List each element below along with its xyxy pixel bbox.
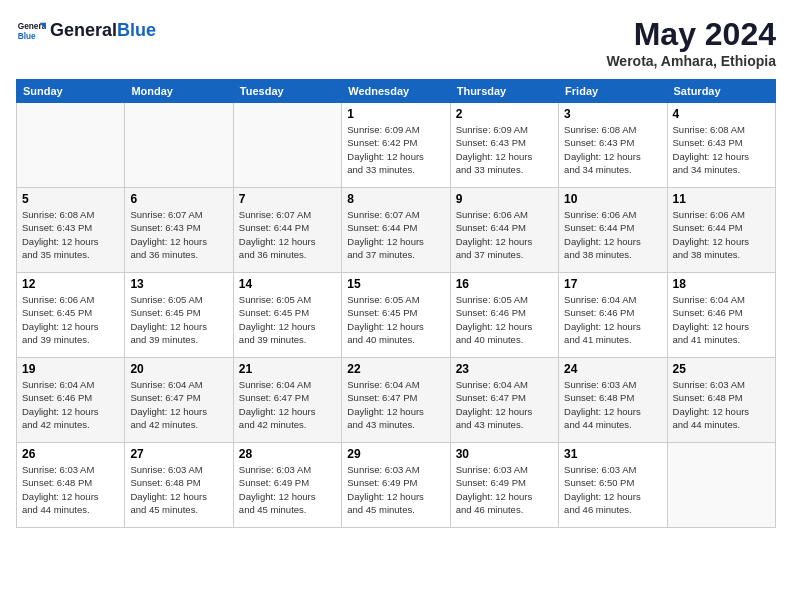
calendar-cell: 13Sunrise: 6:05 AM Sunset: 6:45 PM Dayli… bbox=[125, 273, 233, 358]
calendar-cell: 18Sunrise: 6:04 AM Sunset: 6:46 PM Dayli… bbox=[667, 273, 775, 358]
day-number: 8 bbox=[347, 192, 444, 206]
calendar-cell bbox=[17, 103, 125, 188]
day-number: 2 bbox=[456, 107, 553, 121]
day-number: 3 bbox=[564, 107, 661, 121]
day-header-sunday: Sunday bbox=[17, 80, 125, 103]
day-info: Sunrise: 6:06 AM Sunset: 6:45 PM Dayligh… bbox=[22, 293, 119, 346]
day-number: 27 bbox=[130, 447, 227, 461]
day-number: 9 bbox=[456, 192, 553, 206]
day-info: Sunrise: 6:08 AM Sunset: 6:43 PM Dayligh… bbox=[673, 123, 770, 176]
calendar-cell: 23Sunrise: 6:04 AM Sunset: 6:47 PM Dayli… bbox=[450, 358, 558, 443]
day-number: 10 bbox=[564, 192, 661, 206]
calendar-body: 1Sunrise: 6:09 AM Sunset: 6:42 PM Daylig… bbox=[17, 103, 776, 528]
day-info: Sunrise: 6:09 AM Sunset: 6:42 PM Dayligh… bbox=[347, 123, 444, 176]
title-block: May 2024 Werota, Amhara, Ethiopia bbox=[606, 16, 776, 69]
calendar-cell: 22Sunrise: 6:04 AM Sunset: 6:47 PM Dayli… bbox=[342, 358, 450, 443]
page-header: General Blue GeneralBlue May 2024 Werota… bbox=[16, 16, 776, 69]
day-info: Sunrise: 6:05 AM Sunset: 6:46 PM Dayligh… bbox=[456, 293, 553, 346]
day-info: Sunrise: 6:04 AM Sunset: 6:47 PM Dayligh… bbox=[130, 378, 227, 431]
day-number: 21 bbox=[239, 362, 336, 376]
week-row-2: 5Sunrise: 6:08 AM Sunset: 6:43 PM Daylig… bbox=[17, 188, 776, 273]
day-number: 22 bbox=[347, 362, 444, 376]
week-row-1: 1Sunrise: 6:09 AM Sunset: 6:42 PM Daylig… bbox=[17, 103, 776, 188]
svg-text:Blue: Blue bbox=[18, 31, 36, 41]
calendar-cell bbox=[233, 103, 341, 188]
calendar-cell: 25Sunrise: 6:03 AM Sunset: 6:48 PM Dayli… bbox=[667, 358, 775, 443]
day-number: 12 bbox=[22, 277, 119, 291]
calendar-cell: 30Sunrise: 6:03 AM Sunset: 6:49 PM Dayli… bbox=[450, 443, 558, 528]
day-info: Sunrise: 6:06 AM Sunset: 6:44 PM Dayligh… bbox=[673, 208, 770, 261]
day-number: 14 bbox=[239, 277, 336, 291]
day-info: Sunrise: 6:04 AM Sunset: 6:46 PM Dayligh… bbox=[22, 378, 119, 431]
day-info: Sunrise: 6:04 AM Sunset: 6:47 PM Dayligh… bbox=[456, 378, 553, 431]
day-info: Sunrise: 6:03 AM Sunset: 6:49 PM Dayligh… bbox=[456, 463, 553, 516]
week-row-3: 12Sunrise: 6:06 AM Sunset: 6:45 PM Dayli… bbox=[17, 273, 776, 358]
day-number: 23 bbox=[456, 362, 553, 376]
calendar-cell: 2Sunrise: 6:09 AM Sunset: 6:43 PM Daylig… bbox=[450, 103, 558, 188]
calendar-cell: 3Sunrise: 6:08 AM Sunset: 6:43 PM Daylig… bbox=[559, 103, 667, 188]
day-number: 5 bbox=[22, 192, 119, 206]
day-number: 11 bbox=[673, 192, 770, 206]
day-info: Sunrise: 6:06 AM Sunset: 6:44 PM Dayligh… bbox=[456, 208, 553, 261]
calendar-cell: 19Sunrise: 6:04 AM Sunset: 6:46 PM Dayli… bbox=[17, 358, 125, 443]
day-header-friday: Friday bbox=[559, 80, 667, 103]
day-info: Sunrise: 6:04 AM Sunset: 6:47 PM Dayligh… bbox=[347, 378, 444, 431]
calendar-cell: 24Sunrise: 6:03 AM Sunset: 6:48 PM Dayli… bbox=[559, 358, 667, 443]
calendar-cell: 12Sunrise: 6:06 AM Sunset: 6:45 PM Dayli… bbox=[17, 273, 125, 358]
calendar-cell: 17Sunrise: 6:04 AM Sunset: 6:46 PM Dayli… bbox=[559, 273, 667, 358]
day-info: Sunrise: 6:05 AM Sunset: 6:45 PM Dayligh… bbox=[347, 293, 444, 346]
week-row-4: 19Sunrise: 6:04 AM Sunset: 6:46 PM Dayli… bbox=[17, 358, 776, 443]
day-number: 30 bbox=[456, 447, 553, 461]
day-number: 29 bbox=[347, 447, 444, 461]
day-info: Sunrise: 6:03 AM Sunset: 6:49 PM Dayligh… bbox=[347, 463, 444, 516]
calendar-cell: 28Sunrise: 6:03 AM Sunset: 6:49 PM Dayli… bbox=[233, 443, 341, 528]
day-number: 1 bbox=[347, 107, 444, 121]
day-header-monday: Monday bbox=[125, 80, 233, 103]
calendar-cell bbox=[125, 103, 233, 188]
day-number: 7 bbox=[239, 192, 336, 206]
day-number: 31 bbox=[564, 447, 661, 461]
calendar-cell: 21Sunrise: 6:04 AM Sunset: 6:47 PM Dayli… bbox=[233, 358, 341, 443]
day-number: 16 bbox=[456, 277, 553, 291]
calendar-cell: 16Sunrise: 6:05 AM Sunset: 6:46 PM Dayli… bbox=[450, 273, 558, 358]
week-row-5: 26Sunrise: 6:03 AM Sunset: 6:48 PM Dayli… bbox=[17, 443, 776, 528]
day-number: 24 bbox=[564, 362, 661, 376]
calendar-cell: 20Sunrise: 6:04 AM Sunset: 6:47 PM Dayli… bbox=[125, 358, 233, 443]
day-number: 19 bbox=[22, 362, 119, 376]
day-header-saturday: Saturday bbox=[667, 80, 775, 103]
day-number: 25 bbox=[673, 362, 770, 376]
day-info: Sunrise: 6:04 AM Sunset: 6:46 PM Dayligh… bbox=[673, 293, 770, 346]
calendar-cell: 11Sunrise: 6:06 AM Sunset: 6:44 PM Dayli… bbox=[667, 188, 775, 273]
day-info: Sunrise: 6:05 AM Sunset: 6:45 PM Dayligh… bbox=[130, 293, 227, 346]
day-header-thursday: Thursday bbox=[450, 80, 558, 103]
day-info: Sunrise: 6:03 AM Sunset: 6:49 PM Dayligh… bbox=[239, 463, 336, 516]
calendar-header: SundayMondayTuesdayWednesdayThursdayFrid… bbox=[17, 80, 776, 103]
calendar-cell: 14Sunrise: 6:05 AM Sunset: 6:45 PM Dayli… bbox=[233, 273, 341, 358]
logo-icon: General Blue bbox=[16, 16, 46, 46]
calendar-table: SundayMondayTuesdayWednesdayThursdayFrid… bbox=[16, 79, 776, 528]
location-subtitle: Werota, Amhara, Ethiopia bbox=[606, 53, 776, 69]
day-info: Sunrise: 6:05 AM Sunset: 6:45 PM Dayligh… bbox=[239, 293, 336, 346]
calendar-cell: 31Sunrise: 6:03 AM Sunset: 6:50 PM Dayli… bbox=[559, 443, 667, 528]
day-number: 6 bbox=[130, 192, 227, 206]
day-number: 15 bbox=[347, 277, 444, 291]
day-number: 20 bbox=[130, 362, 227, 376]
day-info: Sunrise: 6:03 AM Sunset: 6:48 PM Dayligh… bbox=[130, 463, 227, 516]
day-number: 13 bbox=[130, 277, 227, 291]
day-number: 18 bbox=[673, 277, 770, 291]
day-info: Sunrise: 6:07 AM Sunset: 6:43 PM Dayligh… bbox=[130, 208, 227, 261]
day-number: 4 bbox=[673, 107, 770, 121]
day-header-wednesday: Wednesday bbox=[342, 80, 450, 103]
day-number: 28 bbox=[239, 447, 336, 461]
calendar-cell: 26Sunrise: 6:03 AM Sunset: 6:48 PM Dayli… bbox=[17, 443, 125, 528]
calendar-cell: 1Sunrise: 6:09 AM Sunset: 6:42 PM Daylig… bbox=[342, 103, 450, 188]
day-info: Sunrise: 6:03 AM Sunset: 6:48 PM Dayligh… bbox=[564, 378, 661, 431]
day-number: 26 bbox=[22, 447, 119, 461]
calendar-cell: 6Sunrise: 6:07 AM Sunset: 6:43 PM Daylig… bbox=[125, 188, 233, 273]
day-info: Sunrise: 6:07 AM Sunset: 6:44 PM Dayligh… bbox=[347, 208, 444, 261]
calendar-cell: 10Sunrise: 6:06 AM Sunset: 6:44 PM Dayli… bbox=[559, 188, 667, 273]
day-info: Sunrise: 6:03 AM Sunset: 6:50 PM Dayligh… bbox=[564, 463, 661, 516]
calendar-cell: 9Sunrise: 6:06 AM Sunset: 6:44 PM Daylig… bbox=[450, 188, 558, 273]
calendar-cell: 7Sunrise: 6:07 AM Sunset: 6:44 PM Daylig… bbox=[233, 188, 341, 273]
day-info: Sunrise: 6:03 AM Sunset: 6:48 PM Dayligh… bbox=[673, 378, 770, 431]
